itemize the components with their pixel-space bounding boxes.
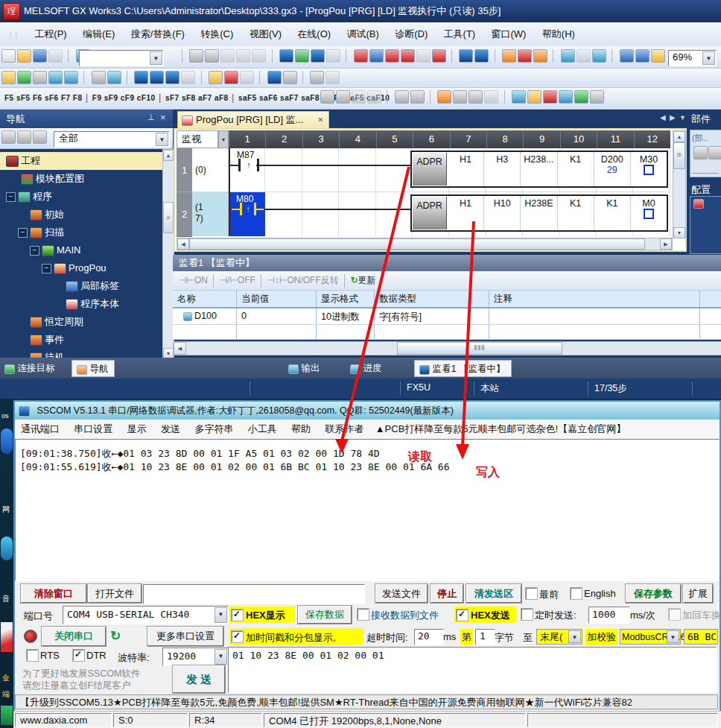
options-icon[interactable]: [590, 90, 604, 104]
sscom-banner[interactable]: 【升级到SSCOM5.13★PCB打样降至每款5元,免颜色费,顺丰包邮!提供SM…: [15, 694, 718, 709]
desktop-red-icon[interactable]: [1, 622, 13, 652]
vscroll-down-icon[interactable]: ▼: [673, 227, 685, 238]
refresh-ports-icon[interactable]: ↻: [110, 628, 121, 644]
status-website[interactable]: www.daxia.com: [15, 713, 112, 727]
tree-item-module-config[interactable]: 模块配置图: [0, 170, 162, 188]
verify-icon[interactable]: [416, 49, 431, 63]
tree-item-scan[interactable]: −扫描: [0, 224, 162, 241]
crc-type-combobox[interactable]: ModbusCRC16: [620, 629, 681, 645]
expand-toggle-icon[interactable]: −: [30, 246, 39, 256]
read-plc-icon[interactable]: [369, 49, 384, 63]
sscom-menu-port[interactable]: 串口设置: [68, 420, 118, 439]
baud-dropdown-icon[interactable]: [215, 649, 227, 665]
coil-gray-icon[interactable]: [352, 90, 366, 104]
parts-list-icon[interactable]: [708, 146, 721, 159]
force-on-button[interactable]: ⊣⊢ON: [179, 275, 208, 285]
open-file-icon[interactable]: [17, 49, 31, 63]
english-checkbox[interactable]: [571, 588, 582, 599]
sscom-menu-comm[interactable]: 通讯端口: [15, 420, 66, 439]
more-port-settings-button[interactable]: 更多串口设置: [147, 627, 223, 646]
sscom-menu-multistring[interactable]: 多字符串: [188, 420, 239, 439]
zoom-in-icon[interactable]: [620, 49, 634, 63]
sscom-menu-ad[interactable]: ▲PCB打样降至每款5元顺丰包邮可选杂色!【嘉立创官网】: [372, 420, 629, 439]
tree-collapse-icon[interactable]: [1, 130, 16, 144]
tab-list-dropdown-icon[interactable]: ▼: [679, 114, 686, 121]
parts-find-icon[interactable]: [693, 146, 708, 159]
device-read-icon[interactable]: [295, 49, 309, 63]
dev-comment-icon[interactable]: [134, 71, 148, 84]
byte-number-input[interactable]: 1: [475, 629, 495, 645]
print-icon[interactable]: [48, 49, 63, 63]
tree-item-main[interactable]: −MAIN: [0, 241, 162, 259]
tab-scroll-left-icon[interactable]: ◀: [660, 113, 666, 121]
tab-progpou[interactable]: ProgPou [PRG] [LD] 监... ×: [177, 111, 329, 129]
menu-project[interactable]: 工程(P): [28, 22, 73, 45]
menu-edit[interactable]: 编辑(E): [76, 22, 121, 45]
nav-scroll-thumb[interactable]: ≡: [163, 202, 174, 233]
tree-item-initial[interactable]: 初始: [0, 206, 162, 224]
menu-search[interactable]: 搜索/替换(F): [124, 22, 191, 45]
port-dropdown-icon[interactable]: [215, 607, 227, 623]
nav-filter-combobox[interactable]: 全部: [54, 131, 170, 148]
watch-row-empty[interactable]: [173, 325, 721, 340]
clear-window-button[interactable]: 清除窗口: [21, 584, 86, 603]
scroll-up-icon[interactable]: ▲: [163, 150, 174, 161]
menu-help[interactable]: 帮助(H): [536, 22, 582, 45]
zoom-level-combobox[interactable]: 69%: [668, 50, 717, 66]
tab-navigation[interactable]: 导航: [72, 360, 115, 377]
grid-view-icon[interactable]: [64, 71, 78, 84]
tree-item-local-label[interactable]: 局部标签: [0, 277, 162, 295]
tab-connection[interactable]: 连接目标: [3, 362, 54, 375]
send-data-input[interactable]: 01 10 23 8E 00 01 02 00 01: [228, 647, 717, 693]
watch-row-d100[interactable]: D100010进制数字[有符号]: [173, 308, 721, 325]
dev-network-icon[interactable]: [165, 71, 180, 84]
col-current-value[interactable]: 当前值: [237, 291, 317, 307]
module-icon[interactable]: [33, 71, 47, 84]
device-monitor1-icon[interactable]: [459, 49, 473, 63]
dtr-checkbox[interactable]: [73, 650, 84, 661]
coil-gray2-icon[interactable]: [367, 90, 381, 104]
tree-item-program[interactable]: −程序: [0, 188, 162, 206]
tab-watch1[interactable]: 监看1 【监看中】: [414, 360, 512, 377]
step-in-icon[interactable]: [502, 49, 516, 63]
instr-block-row1[interactable]: ADPR H1H3H238...K1 D20029 M30: [410, 151, 668, 188]
col-datatype[interactable]: 数据类型: [375, 291, 489, 307]
tree-item-fixed-cycle[interactable]: 恒定周期: [0, 313, 162, 331]
search-dropdown-icon[interactable]: [150, 51, 162, 65]
menu-tools[interactable]: 工具(T): [437, 22, 483, 45]
hscroll-right-icon[interactable]: ▶: [660, 238, 672, 250]
step-out-icon[interactable]: [533, 49, 547, 63]
topmost-checkbox[interactable]: [526, 588, 537, 599]
toggle-button[interactable]: ⊣↕⊢ON/OFF反转: [267, 275, 339, 285]
menu-debug[interactable]: 调试(B): [340, 22, 385, 45]
watch-tool-icon[interactable]: [283, 71, 297, 84]
sscom-menu-contact[interactable]: 联系作者: [319, 420, 369, 439]
sscom-menu-send[interactable]: 发送: [155, 420, 186, 439]
col-comment[interactable]: 注释: [489, 291, 700, 307]
marker-icon[interactable]: [543, 90, 557, 104]
window-watch-icon[interactable]: [592, 49, 606, 63]
watch-hscrollbar[interactable]: ◀ ⦀⦀⦀: [173, 341, 721, 355]
port-combobox[interactable]: COM4 USB-SERIAL CH340: [63, 606, 229, 624]
desktop-teal-icon[interactable]: [1, 536, 13, 560]
zoom-fit-icon[interactable]: [651, 49, 665, 63]
ladder-hscroll-thumb[interactable]: [189, 238, 645, 250]
tree-item-standby[interactable]: 待机: [0, 349, 162, 358]
device-verify-icon[interactable]: [311, 49, 325, 63]
close-port-button[interactable]: 关闭串口: [42, 627, 106, 646]
cut-icon[interactable]: [189, 49, 203, 63]
library-icon[interactable]: [326, 49, 340, 63]
col-format[interactable]: 显示格式: [317, 291, 375, 307]
tab-progress[interactable]: 进度: [349, 362, 381, 375]
sscom-menu-help[interactable]: 帮助: [285, 420, 317, 439]
tree-expand-icon[interactable]: [17, 130, 31, 144]
write-plc-icon[interactable]: [354, 49, 368, 63]
comment-icon[interactable]: [453, 90, 467, 104]
pointer-icon[interactable]: [527, 90, 541, 104]
timestamp-checkbox[interactable]: [232, 631, 243, 642]
parts-config-box[interactable]: [690, 196, 721, 254]
instr-block-row2[interactable]: ADPR H1H10H238EK1K1 M0: [410, 194, 668, 232]
window-monitor-icon[interactable]: [561, 49, 575, 63]
hex-send-checkbox[interactable]: [457, 610, 468, 621]
nav-close-icon[interactable]: ×: [160, 112, 166, 123]
